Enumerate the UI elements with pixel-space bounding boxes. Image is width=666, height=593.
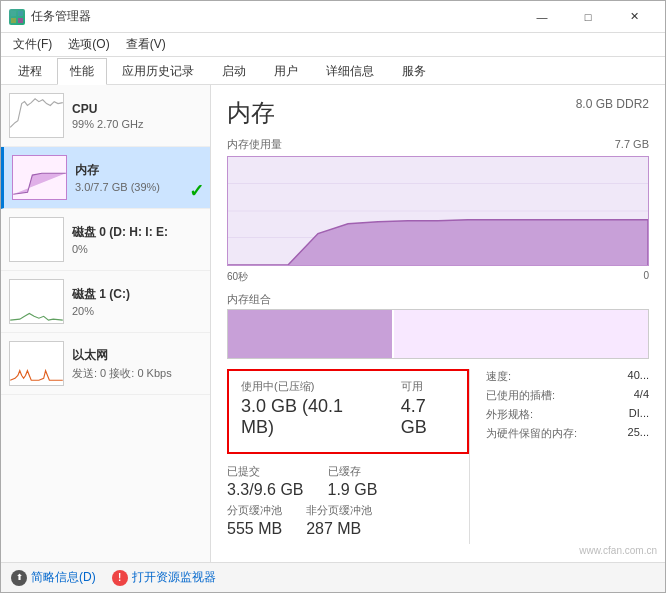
stats-right: 速度: 40... 已使用的插槽: 4/4 外形规格: DI... 为硬件保留的… [469, 369, 649, 544]
menu-file[interactable]: 文件(F) [5, 34, 60, 55]
sidebar-item-disk1[interactable]: 磁盘 1 (C:) 20% [1, 271, 210, 333]
non-paged-pool-stat: 非分页缓冲池 287 MB [306, 503, 372, 538]
usage-label: 内存使用量 [227, 137, 282, 152]
disk1-graph [9, 279, 64, 324]
paged-pool-stat: 分页缓冲池 555 MB [227, 503, 282, 538]
available-label: 可用 [401, 379, 455, 394]
tab-performance[interactable]: 性能 [57, 58, 107, 85]
ethernet-info: 以太网 发送: 0 接收: 0 Kbps [72, 347, 202, 381]
comp-used [228, 310, 392, 358]
svg-rect-2 [11, 18, 16, 23]
cached-stat: 已缓存 1.9 GB [328, 464, 378, 499]
committed-stat: 已提交 3.3/9.6 GB [227, 464, 304, 499]
paged-pool-label: 分页缓冲池 [227, 503, 282, 518]
sidebar-item-memory[interactable]: 内存 3.0/7.7 GB (39%) ✓ [1, 147, 210, 209]
sidebar-item-disk0[interactable]: 磁盘 0 (D: H: I: E: 0% [1, 209, 210, 271]
non-paged-pool-label: 非分页缓冲池 [306, 503, 372, 518]
slots-value: 4/4 [634, 388, 649, 403]
svg-rect-3 [18, 18, 23, 23]
committed-row: 已提交 3.3/9.6 GB 已缓存 1.9 GB [227, 464, 469, 499]
bottom-bar: ⬆ 简略信息(D) ! 打开资源监视器 [1, 562, 665, 592]
tab-users[interactable]: 用户 [261, 58, 311, 84]
summary-label: 简略信息(D) [31, 569, 96, 586]
panel-header: 内存 8.0 GB DDR2 [227, 97, 649, 129]
reserved-label: 为硬件保留的内存: [486, 426, 577, 441]
sidebar-item-ethernet[interactable]: 以太网 发送: 0 接收: 0 Kbps [1, 333, 210, 395]
memory-subtitle: 3.0/7.7 GB (39%) [75, 181, 202, 193]
available-value: 4.7 GB [401, 396, 455, 438]
right-panel: 内存 8.0 GB DDR2 内存使用量 7.7 GB [211, 85, 665, 562]
available-stat: 可用 4.7 GB [401, 379, 455, 438]
maximize-button[interactable]: □ [565, 1, 611, 33]
menu-options[interactable]: 选项(O) [60, 34, 117, 55]
stats-left: 使用中(已压缩) 3.0 GB (40.1 MB) 可用 4.7 GB [227, 369, 469, 544]
check-icon: ✓ [189, 180, 204, 202]
form-label: 外形规格: [486, 407, 533, 422]
close-button[interactable]: ✕ [611, 1, 657, 33]
in-use-value: 3.0 GB (40.1 MB) [241, 396, 377, 438]
monitor-label: 打开资源监视器 [132, 569, 216, 586]
speed-label: 速度: [486, 369, 511, 384]
cpu-info: CPU 99% 2.70 GHz [72, 102, 202, 130]
composition-label: 内存组合 [227, 292, 649, 307]
time-left: 60秒 [227, 270, 248, 284]
cached-label: 已缓存 [328, 464, 378, 479]
memory-title: 内存 [75, 162, 202, 179]
highlight-box: 使用中(已压缩) 3.0 GB (40.1 MB) 可用 4.7 GB [227, 369, 469, 454]
form-row: 外形规格: DI... [486, 407, 649, 422]
app-icon [9, 9, 25, 25]
monitor-link[interactable]: ! 打开资源监视器 [112, 569, 216, 586]
stats-section: 使用中(已压缩) 3.0 GB (40.1 MB) 可用 4.7 GB [227, 369, 649, 544]
slots-row: 已使用的插槽: 4/4 [486, 388, 649, 403]
cpu-title: CPU [72, 102, 202, 116]
sidebar-item-cpu[interactable]: CPU 99% 2.70 GHz [1, 85, 210, 147]
paged-pool-value: 555 MB [227, 520, 282, 538]
main-content: CPU 99% 2.70 GHz 内存 3.0/7.7 GB (39%) ✓ [1, 85, 665, 562]
ethernet-graph [9, 341, 64, 386]
cpu-subtitle: 99% 2.70 GHz [72, 118, 202, 130]
monitor-icon: ! [112, 570, 128, 586]
disk1-title: 磁盘 1 (C:) [72, 286, 202, 303]
cached-value: 1.9 GB [328, 481, 378, 499]
slots-label: 已使用的插槽: [486, 388, 555, 403]
in-use-row: 使用中(已压缩) 3.0 GB (40.1 MB) 可用 4.7 GB [241, 379, 455, 438]
reserved-value: 25... [628, 426, 649, 441]
title-bar: 任务管理器 — □ ✕ [1, 1, 665, 33]
tab-details[interactable]: 详细信息 [313, 58, 387, 84]
tab-app-history[interactable]: 应用历史记录 [109, 58, 207, 84]
memory-graph [12, 155, 67, 200]
disk1-subtitle: 20% [72, 305, 202, 317]
tab-bar: 进程 性能 应用历史记录 启动 用户 详细信息 服务 [1, 57, 665, 85]
non-paged-pool-value: 287 MB [306, 520, 372, 538]
tab-startup[interactable]: 启动 [209, 58, 259, 84]
summary-link[interactable]: ⬆ 简略信息(D) [11, 569, 96, 586]
pool-row: 分页缓冲池 555 MB 非分页缓冲池 287 MB [227, 503, 469, 538]
memory-info: 内存 3.0/7.7 GB (39%) [75, 162, 202, 193]
committed-label: 已提交 [227, 464, 304, 479]
in-use-label: 使用中(已压缩) [241, 379, 377, 394]
ethernet-title: 以太网 [72, 347, 202, 364]
speed-row: 速度: 40... [486, 369, 649, 384]
window-controls: — □ ✕ [519, 1, 657, 33]
time-right: 0 [643, 270, 649, 284]
speed-value: 40... [628, 369, 649, 384]
usage-value: 7.7 GB [615, 138, 649, 150]
svg-rect-7 [10, 280, 63, 323]
tab-process[interactable]: 进程 [5, 58, 55, 84]
disk0-info: 磁盘 0 (D: H: I: E: 0% [72, 224, 202, 255]
cpu-graph [9, 93, 64, 138]
disk0-graph [9, 217, 64, 262]
minimize-button[interactable]: — [519, 1, 565, 33]
summary-icon: ⬆ [11, 570, 27, 586]
tab-services[interactable]: 服务 [389, 58, 439, 84]
disk1-info: 磁盘 1 (C:) 20% [72, 286, 202, 317]
menu-bar: 文件(F) 选项(O) 查看(V) [1, 33, 665, 57]
svg-rect-6 [10, 218, 63, 261]
menu-view[interactable]: 查看(V) [118, 34, 174, 55]
window-title: 任务管理器 [31, 8, 519, 25]
in-use-stat: 使用中(已压缩) 3.0 GB (40.1 MB) [241, 379, 377, 438]
ethernet-subtitle: 发送: 0 接收: 0 Kbps [72, 366, 202, 381]
committed-value: 3.3/9.6 GB [227, 481, 304, 499]
reserved-row: 为硬件保留的内存: 25... [486, 426, 649, 441]
sidebar: CPU 99% 2.70 GHz 内存 3.0/7.7 GB (39%) ✓ [1, 85, 211, 562]
